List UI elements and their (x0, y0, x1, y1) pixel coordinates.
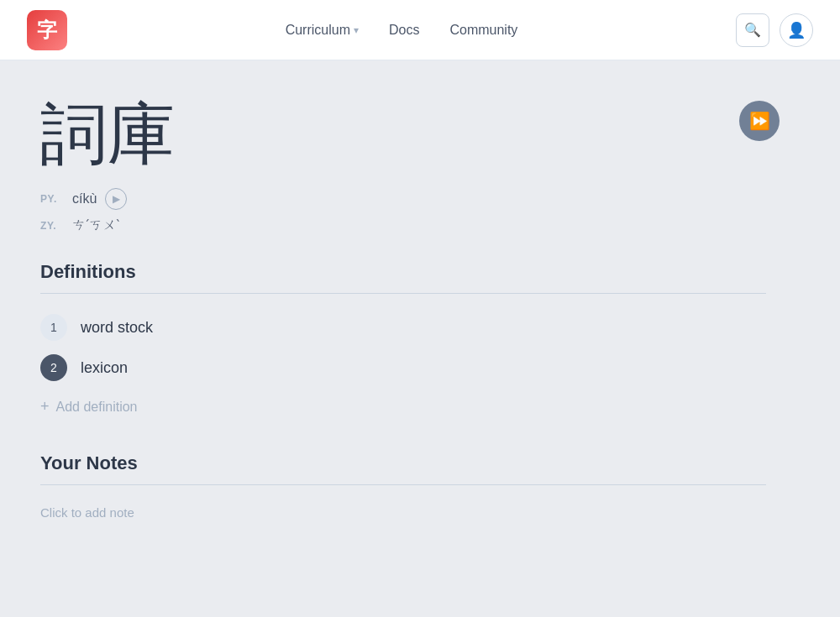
search-button[interactable]: 🔍 (736, 13, 769, 47)
fast-forward-icon: ⏩ (749, 111, 770, 131)
definition-number-2: 2 (40, 354, 67, 381)
play-icon: ▶ (113, 193, 120, 205)
main-content: ⏩ 詞庫 PY. cíkù ▶ ZY. ㄘˊㄎㄨˋ Definitions 1 … (0, 60, 806, 593)
definitions-section: Definitions 1 word stock 2 lexicon + Add… (40, 261, 766, 419)
zhuyin-value: ㄘˊㄎㄨˋ (72, 217, 119, 234)
chevron-down-icon: ▾ (354, 24, 359, 36)
user-icon: 👤 (787, 21, 806, 39)
notes-title: Your Notes (40, 452, 766, 474)
curriculum-label: Curriculum (286, 23, 350, 38)
play-audio-button[interactable]: ▶ (105, 188, 127, 210)
zhuyin-label: ZY. (40, 220, 64, 232)
definition-number-1: 1 (40, 314, 67, 341)
community-label: Community (449, 23, 517, 38)
add-definition-label: Add definition (56, 400, 138, 415)
search-icon: 🔍 (744, 22, 761, 38)
definitions-title: Definitions (40, 261, 766, 283)
add-definition-button[interactable]: + Add definition (40, 395, 766, 419)
definition-item-2: 2 lexicon (40, 354, 766, 381)
pinyin-value: cíkù (72, 191, 97, 207)
zhuyin-row: ZY. ㄘˊㄎㄨˋ (40, 217, 766, 234)
definition-item-1: 1 word stock (40, 314, 766, 341)
notes-section: Your Notes Click to add note (40, 452, 766, 520)
logo[interactable]: 字 (27, 10, 67, 50)
definition-text-2: lexicon (81, 359, 128, 377)
profile-button[interactable]: 👤 (780, 13, 813, 47)
notes-placeholder[interactable]: Click to add note (40, 505, 766, 520)
header-left: 字 (27, 10, 67, 50)
fast-forward-button[interactable]: ⏩ (739, 101, 780, 141)
definition-list: 1 word stock 2 lexicon (40, 314, 766, 381)
main-nav: Curriculum ▾ Docs Community (286, 23, 518, 38)
pronunciation-block: PY. cíkù ▶ ZY. ㄘˊㄎㄨˋ (40, 188, 766, 234)
header: 字 Curriculum ▾ Docs Community 🔍 👤 (0, 0, 840, 60)
character-hanzi: 詞庫 (40, 101, 766, 168)
definitions-divider (40, 293, 766, 294)
header-actions: 🔍 👤 (736, 13, 813, 47)
definition-text-1: word stock (81, 319, 153, 337)
docs-label: Docs (389, 23, 419, 38)
nav-item-curriculum[interactable]: Curriculum ▾ (286, 23, 359, 38)
nav-item-community[interactable]: Community (449, 23, 517, 38)
notes-divider (40, 484, 766, 485)
nav-item-docs[interactable]: Docs (389, 23, 419, 38)
pinyin-label: PY. (40, 193, 64, 205)
plus-icon: + (40, 398, 50, 416)
pinyin-row: PY. cíkù ▶ (40, 188, 766, 210)
